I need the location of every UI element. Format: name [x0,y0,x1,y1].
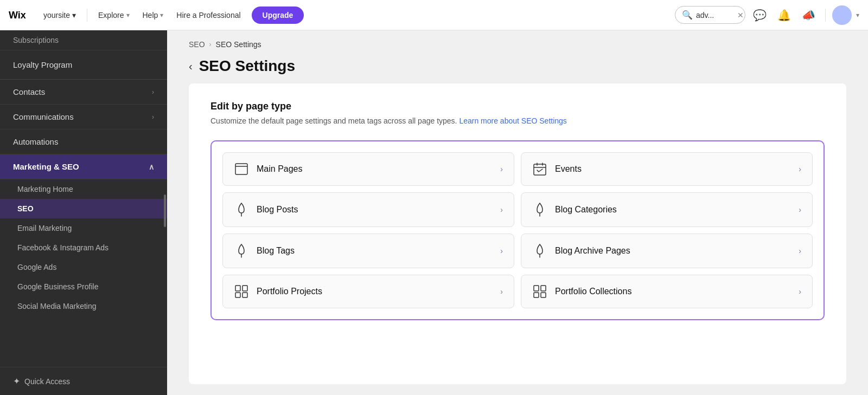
sidebar-subitem-google-business[interactable]: Google Business Profile [0,277,167,296]
wix-logo: Wix [9,9,35,22]
blog-archive-label: Blog Archive Pages [555,246,630,256]
seo-label: SEO [17,204,34,213]
main-pages-chevron-icon: › [500,165,503,173]
svg-rect-11 [235,286,240,291]
page-type-events[interactable]: Events › [521,152,813,186]
page-type-main-pages[interactable]: Main Pages › [222,152,514,186]
sidebar-scrollbar [164,195,166,227]
nav-divider-1 [87,9,87,22]
svg-rect-1 [235,164,247,174]
marketing-home-label: Marketing Home [17,185,73,193]
hire-professional-menu[interactable]: Hire a Professional [172,9,245,22]
search-close-icon[interactable]: ✕ [737,11,744,20]
blog-categories-left: Blog Categories [532,203,617,217]
blog-tags-left: Blog Tags [234,244,295,258]
sidebar-subitem-seo[interactable]: SEO [0,199,167,218]
contacts-chevron-icon: › [152,88,154,96]
breadcrumb: SEO › SEO Settings [167,30,868,53]
upgrade-button[interactable]: Upgrade [252,7,304,24]
sidebar-item-loyalty[interactable]: Loyalty Program [0,50,167,80]
quick-access-icon: ✦ [13,376,20,386]
sidebar-item-subscriptions[interactable]: Subscriptions [0,30,167,50]
portfolio-projects-label: Portfolio Projects [257,287,322,296]
portfolio-collections-icon [532,285,547,298]
sidebar-item-marketing-seo[interactable]: Marketing & SEO ∧ [0,154,167,179]
svg-rect-17 [534,293,539,297]
blog-archive-left: Blog Archive Pages [532,244,630,258]
sidebar-subitem-social-media[interactable]: Social Media Marketing [0,296,167,316]
page-type-portfolio-projects[interactable]: Portfolio Projects › [222,275,514,308]
subscriptions-label: Subscriptions [13,36,59,44]
content-area: SEO › SEO Settings ‹ SEO Settings Edit b… [167,30,868,395]
breadcrumb-parent[interactable]: SEO [189,40,205,49]
svg-rect-18 [541,293,546,297]
sidebar-item-automations[interactable]: Automations [0,129,167,154]
portfolio-collections-left: Portfolio Collections [532,285,631,298]
learn-more-link[interactable]: Learn more about SEO Settings [459,116,566,125]
hire-professional-label: Hire a Professional [176,11,240,20]
google-ads-label: Google Ads [17,263,56,271]
contacts-label: Contacts [13,87,45,96]
communications-label: Communications [13,112,74,121]
events-chevron-icon: › [799,165,801,173]
breadcrumb-separator: › [209,41,212,48]
email-marketing-label: Email Marketing [17,224,72,232]
svg-rect-3 [534,164,546,175]
blog-categories-chevron-icon: › [799,205,801,214]
main-layout: Subscriptions Loyalty Program Contacts ›… [0,30,868,395]
main-pages-left: Main Pages [234,163,303,175]
blog-archive-chevron-icon: › [799,247,801,255]
fb-instagram-label: Facebook & Instagram Ads [17,243,108,252]
site-selector[interactable]: yoursite ▾ [39,9,80,22]
back-button[interactable]: ‹ [189,60,193,73]
sidebar-item-communications[interactable]: Communications › [0,105,167,129]
avatar[interactable] [832,5,852,25]
sidebar-subitem-google-ads[interactable]: Google Ads [0,257,167,277]
blog-posts-left: Blog Posts [234,203,298,217]
svg-rect-16 [541,286,546,291]
svg-rect-13 [235,293,240,297]
blog-tags-label: Blog Tags [257,246,295,256]
avatar-chevron-icon[interactable]: ▾ [856,11,859,19]
quick-access-label: Quick Access [24,377,70,386]
search-bar[interactable]: 🔍 ✕ [675,6,745,24]
svg-rect-15 [534,286,539,291]
messages-icon[interactable]: 💬 [750,5,770,25]
section-description: Customize the default page settings and … [210,116,825,125]
sidebar-subitem-email-marketing[interactable]: Email Marketing [0,218,167,238]
page-type-blog-categories[interactable]: Blog Categories › [521,192,813,227]
explore-menu[interactable]: Explore ▾ [94,9,133,22]
page-type-portfolio-collections[interactable]: Portfolio Collections › [521,275,813,308]
announcements-icon[interactable]: 📣 [799,5,819,25]
page-type-blog-archive[interactable]: Blog Archive Pages › [521,234,813,268]
help-menu[interactable]: Help ▾ [138,9,168,22]
communications-chevron-icon: › [152,113,154,121]
events-icon [532,163,547,176]
sidebar: Subscriptions Loyalty Program Contacts ›… [0,30,167,395]
nav-divider-2 [825,9,826,22]
search-input[interactable] [696,11,734,20]
svg-text:Wix: Wix [9,10,26,21]
site-chevron-icon: ▾ [72,11,76,20]
blog-categories-icon [532,203,547,217]
portfolio-collections-label: Portfolio Collections [555,287,631,296]
explore-label: Explore [98,11,124,20]
settings-panel: Edit by page type Customize the default … [189,83,846,384]
blog-tags-chevron-icon: › [500,247,503,255]
notifications-icon[interactable]: 🔔 [774,5,794,25]
quick-access-button[interactable]: ✦ Quick Access [0,367,167,395]
main-pages-icon [234,163,249,175]
blog-tags-icon [234,244,249,258]
section-desc-text: Customize the default page settings and … [210,116,457,125]
page-type-grid: Main Pages › [210,140,825,320]
page-type-blog-posts[interactable]: Blog Posts › [222,192,514,227]
events-left: Events [532,163,582,176]
svg-rect-14 [242,293,247,297]
sidebar-subitem-fb-instagram[interactable]: Facebook & Instagram Ads [0,238,167,257]
sidebar-subitem-marketing-home[interactable]: Marketing Home [0,179,167,199]
section-title: Edit by page type [210,101,825,112]
sidebar-item-contacts[interactable]: Contacts › [0,80,167,105]
explore-chevron-icon: ▾ [126,11,130,19]
events-label: Events [555,164,582,174]
page-type-blog-tags[interactable]: Blog Tags › [222,234,514,268]
